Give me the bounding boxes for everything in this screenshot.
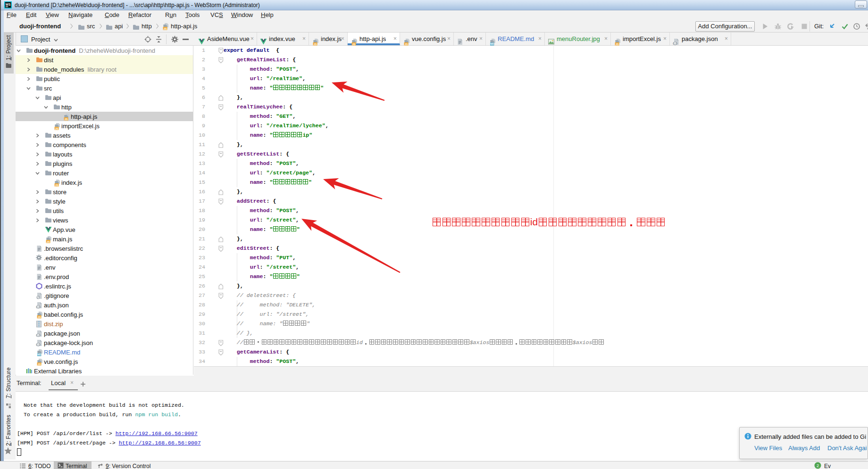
svg-text:MD: MD <box>37 353 41 356</box>
svg-text:WS: WS <box>6 3 11 6</box>
svg-text:JS: JS <box>352 43 355 46</box>
svg-text:JS: JS <box>37 363 41 366</box>
svg-text:2: 2 <box>817 463 819 468</box>
svg-text:MD: MD <box>490 42 494 45</box>
svg-text:{;}: {;} <box>36 305 41 309</box>
svg-text:JS: JS <box>615 43 618 46</box>
svg-text:{;}: {;} <box>36 343 41 346</box>
svg-text:{;}: {;} <box>36 334 41 337</box>
svg-text:JS: JS <box>404 43 408 46</box>
svg-text:JS: JS <box>163 27 167 30</box>
svg-text:JS: JS <box>55 127 58 130</box>
svg-text:JS: JS <box>64 118 67 121</box>
svg-text:{;}: {;} <box>673 42 677 45</box>
svg-text:JS: JS <box>37 316 41 319</box>
svg-text:JS: JS <box>46 240 50 243</box>
svg-text:JS: JS <box>313 43 317 46</box>
svg-text:JS: JS <box>55 184 58 187</box>
